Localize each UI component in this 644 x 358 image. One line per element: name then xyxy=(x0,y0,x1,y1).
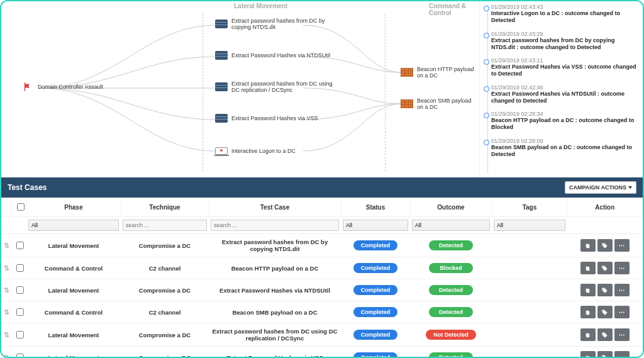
drag-handle-icon[interactable]: ⇅ xyxy=(4,264,9,272)
timeline-text: Interactive Logon to a DC : outcome chan… xyxy=(491,10,636,25)
table-row: ⇅ Command & Control C2 channel Beacon HT… xyxy=(1,257,643,279)
tag-button[interactable] xyxy=(597,328,613,341)
tag-button[interactable] xyxy=(597,351,613,358)
svg-point-6 xyxy=(619,289,621,291)
copy-button[interactable] xyxy=(580,262,596,274)
outcome-filter[interactable]: All xyxy=(412,220,490,231)
svg-point-1 xyxy=(621,245,623,246)
graph-command-node[interactable]: Beacon HTTP payload on a DC xyxy=(401,66,479,79)
server-icon xyxy=(215,82,228,92)
svg-point-10 xyxy=(621,311,623,313)
row-checkbox[interactable] xyxy=(16,264,24,272)
drag-handle-icon[interactable]: ⇅ xyxy=(4,286,9,294)
graph-root-label: Domain Controller Assault xyxy=(38,84,103,90)
cell-testcase: Extract password hashes from DC using DC… xyxy=(209,323,341,347)
graph-command-node[interactable]: Beacon SMB payload on a DC xyxy=(401,98,479,111)
table-row: ⇅ Lateral Movement Compromise a DC Extra… xyxy=(1,323,643,347)
row-checkbox[interactable] xyxy=(16,331,24,338)
status-badge: Completed xyxy=(353,330,398,340)
phase-filter[interactable]: All xyxy=(28,220,119,231)
status-filter[interactable]: All xyxy=(343,220,408,231)
col-testcase[interactable]: Test Case xyxy=(209,198,341,217)
svg-point-3 xyxy=(619,267,621,269)
tag-button[interactable] xyxy=(597,239,613,252)
col-technique[interactable]: Technique xyxy=(121,198,209,217)
copy-button[interactable] xyxy=(580,306,596,318)
copy-button[interactable] xyxy=(580,328,596,341)
tags-filter[interactable]: All xyxy=(494,220,565,231)
timeline-time: 01/29/2019 02:43:29 xyxy=(491,31,636,37)
col-tags[interactable]: Tags xyxy=(492,198,567,217)
tag-button[interactable] xyxy=(597,306,613,318)
timeline-text: Beacon SMB payload on a DC : outcome cha… xyxy=(491,144,636,159)
more-button[interactable] xyxy=(614,239,630,252)
attack-graph-canvas: Lateral Movement Command & Control xyxy=(1,1,643,177)
row-checkbox[interactable] xyxy=(16,354,24,358)
svg-point-0 xyxy=(619,245,621,246)
more-button[interactable] xyxy=(614,306,630,318)
svg-point-11 xyxy=(623,311,625,313)
more-button[interactable] xyxy=(614,262,630,274)
timeline-item[interactable]: 01/29/2019 02:43:29 Extract password has… xyxy=(491,31,636,52)
status-badge: Completed xyxy=(353,307,398,317)
graph-lateral-node[interactable]: Interactive Logon to a DC xyxy=(215,146,296,156)
tag-button[interactable] xyxy=(597,262,613,274)
more-button[interactable] xyxy=(614,328,630,341)
timeline-item[interactable]: 01/29/2019 02:43:11 Extract Password Has… xyxy=(491,57,636,78)
timeline-item[interactable]: 01/29/2019 02:42:46 Extract Password Has… xyxy=(491,84,636,105)
cell-phase: Command & Control xyxy=(26,257,121,279)
firewall-icon xyxy=(401,67,413,77)
status-badge: Completed xyxy=(353,240,398,250)
svg-point-9 xyxy=(619,311,621,313)
server-icon xyxy=(215,113,228,123)
server-icon xyxy=(215,19,228,29)
svg-point-14 xyxy=(623,334,625,335)
cell-phase: Lateral Movement xyxy=(26,234,121,257)
drag-handle-icon[interactable]: ⇅ xyxy=(4,242,9,249)
more-button[interactable] xyxy=(614,284,630,296)
row-checkbox[interactable] xyxy=(16,308,24,316)
event-timeline[interactable]: 01/29/2019 02:43:43 Interactive Logon to… xyxy=(479,1,643,177)
graph-node-label: Extract Password Hashes via VSS xyxy=(231,115,318,121)
cell-phase: Command & Control xyxy=(26,301,121,323)
col-status[interactable]: Status xyxy=(341,198,410,217)
more-button[interactable] xyxy=(614,351,630,358)
campaign-actions-label: CAMPAIGN ACTIONS xyxy=(569,184,626,191)
status-badge: Completed xyxy=(353,285,398,295)
drag-handle-icon[interactable]: ⇅ xyxy=(4,331,9,338)
outcome-badge: Not Detected xyxy=(426,330,476,340)
graph-node-label: Extract password hashes from DC using DC… xyxy=(231,81,335,94)
timeline-item[interactable]: 01/29/2019 02:28:09 Beacon SMB payload o… xyxy=(491,138,636,159)
cell-testcase: Extract password hashes from DC by copyi… xyxy=(209,234,341,257)
row-checkbox[interactable] xyxy=(16,286,24,294)
table-row: ⇅ Lateral Movement Compromise a DC Extra… xyxy=(1,347,643,359)
drag-handle-icon[interactable]: ⇅ xyxy=(4,308,9,316)
copy-button[interactable] xyxy=(580,284,596,296)
col-phase[interactable]: Phase xyxy=(26,198,121,217)
row-checkbox[interactable] xyxy=(16,242,24,249)
timeline-item[interactable]: 01/29/2019 02:28:34 Beacon HTTP payload … xyxy=(491,111,636,131)
graph-lateral-node[interactable]: Extract Password Hashes via VSS xyxy=(215,113,318,123)
testcase-filter[interactable] xyxy=(211,220,339,231)
technique-filter[interactable] xyxy=(123,220,207,231)
graph-lateral-node[interactable]: Extract password hashes from DC by copyi… xyxy=(215,18,335,31)
timeline-item[interactable]: 01/29/2019 02:43:43 Interactive Logon to… xyxy=(491,4,636,25)
timeline-time: 01/29/2019 02:42:46 xyxy=(491,84,636,91)
drag-handle-icon[interactable]: ⇅ xyxy=(4,354,9,359)
col-action: Action xyxy=(567,198,643,217)
graph-root-node[interactable]: Domain Controller Assault xyxy=(21,82,103,92)
table-row: ⇅ Lateral Movement Compromise a DC Extra… xyxy=(1,234,643,257)
graph-lateral-node[interactable]: Extract password hashes from DC using DC… xyxy=(215,81,335,94)
copy-button[interactable] xyxy=(580,239,596,252)
copy-button[interactable] xyxy=(580,351,596,358)
graph-node-label: Interactive Logon to a DC xyxy=(231,148,296,154)
select-all-checkbox[interactable] xyxy=(17,203,25,211)
col-outcome[interactable]: Outcome xyxy=(410,198,492,217)
table-row: ⇅ Command & Control C2 channel Beacon SM… xyxy=(1,301,643,323)
campaign-actions-button[interactable]: CAMPAIGN ACTIONS xyxy=(565,181,636,194)
graph-node-label: Beacon HTTP payload on a DC xyxy=(417,66,479,79)
graph-lateral-node[interactable]: Extract Password Hashes via NTDSUtil xyxy=(215,50,330,60)
graph-node-label: Beacon SMB payload on a DC xyxy=(417,98,479,111)
flag-icon xyxy=(21,82,34,92)
tag-button[interactable] xyxy=(597,284,613,296)
